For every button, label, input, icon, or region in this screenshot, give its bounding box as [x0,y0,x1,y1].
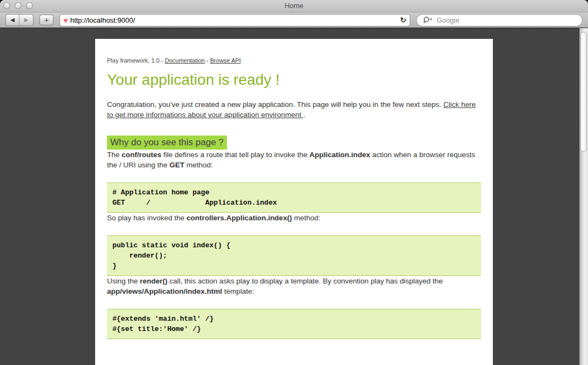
address-bar[interactable]: ♥ ↻ [59,14,410,26]
template-paragraph: Using the render() call, this action ask… [107,276,481,296]
search-magnifier-icon[interactable] [422,16,433,24]
new-tab-button[interactable]: + [39,15,54,25]
browser-window: Home ◀ ▶ + ♥ ↻ Play framework, 1.0 - [0,0,588,365]
text-link[interactable]: Browse API [210,57,241,64]
forward-button[interactable]: ▶ [19,15,33,25]
vertical-scrollbar[interactable] [579,28,588,365]
breadcrumb[interactable]: Play framework, 1.0 - Documentation - Br… [107,57,481,64]
template-code-block: #{extends 'main.html' /} #{set title:'Ho… [107,309,481,339]
url-input[interactable] [70,16,398,24]
action-code-block: public static void index() { render(); } [107,235,481,276]
page-title: Your application is ready ! [107,71,481,89]
search-field[interactable] [416,14,583,26]
reload-icon[interactable]: ↻ [400,16,406,24]
nav-buttons: ◀ ▶ [5,14,34,26]
page-viewport: Play framework, 1.0 - Documentation - Br… [0,28,588,365]
text-link[interactable]: Documentation [165,57,205,64]
back-button[interactable]: ◀ [6,15,19,25]
routes-paragraph: The conf/routes file defines a route tha… [107,150,481,170]
window-title: Home [0,0,588,12]
search-input[interactable] [436,16,577,25]
title-bar[interactable]: Home [0,0,588,12]
routes-code-block: # Application home page GET / Applicatio… [107,182,481,213]
scrollbar-thumb[interactable] [580,32,587,152]
invoke-paragraph: So play has invoked the controllers.Appl… [107,213,481,223]
intro-paragraph[interactable]: Congratulation, you've just created a ne… [107,99,481,120]
browser-toolbar: ◀ ▶ + ♥ ↻ [0,12,588,28]
favicon-heart-icon: ♥ [63,16,68,24]
section-heading: Why do you see this page ? [107,136,227,150]
play-welcome-page: Play framework, 1.0 - Documentation - Br… [95,39,493,365]
